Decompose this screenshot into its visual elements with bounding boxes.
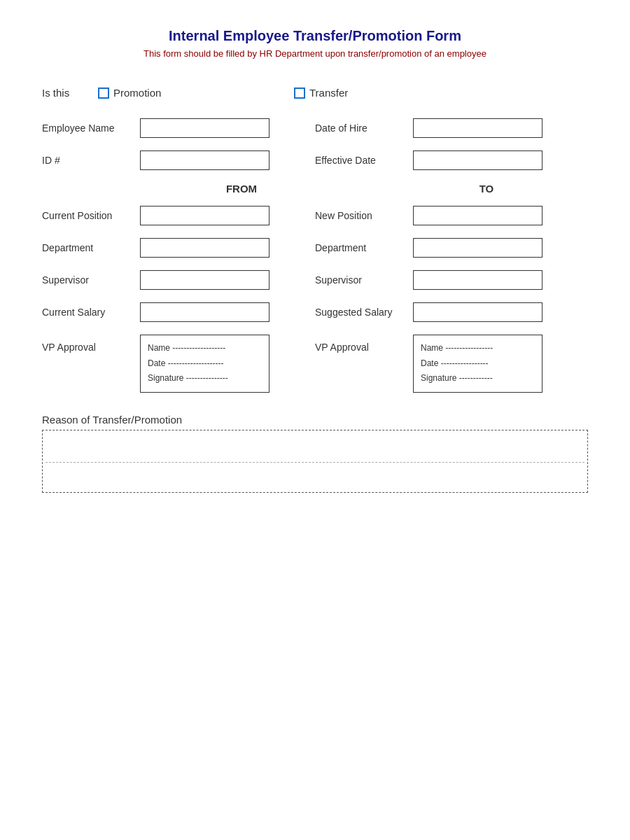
date-of-hire-label: Date of Hire	[315, 122, 413, 134]
position-row: Current Position New Position	[42, 206, 588, 225]
employee-name-label: Employee Name	[42, 122, 140, 134]
current-position-input[interactable]	[140, 206, 270, 225]
transfer-label: Transfer	[309, 87, 348, 99]
department-from-input[interactable]	[140, 238, 270, 258]
reason-section: Reason of Transfer/Promotion	[42, 414, 588, 493]
id-row: ID # Effective Date	[42, 150, 588, 170]
is-this-label: Is this	[42, 87, 98, 99]
current-salary-input[interactable]	[140, 302, 270, 322]
id-label: ID #	[42, 155, 140, 166]
vp-from-box: Name ------------------- Date ----------…	[140, 335, 270, 393]
supervisor-from-label: Supervisor	[42, 274, 140, 286]
reason-label: Reason of Transfer/Promotion	[42, 414, 588, 426]
vp-from-date: Date --------------------	[148, 356, 262, 372]
promotion-label: Promotion	[113, 87, 161, 99]
from-label: FROM	[42, 183, 343, 195]
supervisor-from-input[interactable]	[140, 270, 270, 290]
vp-from-signature: Signature ---------------	[148, 371, 262, 386]
department-row: Department Department	[42, 238, 588, 258]
department-to-label: Department	[315, 242, 413, 253]
new-position-input[interactable]	[413, 206, 542, 225]
salary-row: Current Salary Suggested Salary	[42, 302, 588, 322]
effective-date-label: Effective Date	[315, 155, 413, 166]
id-input[interactable]	[140, 150, 270, 170]
date-of-hire-input[interactable]	[413, 118, 542, 138]
supervisor-to-input[interactable]	[413, 270, 542, 290]
reason-box[interactable]	[42, 430, 588, 493]
vp-to-box: Name ----------------- Date ------------…	[413, 335, 542, 393]
supervisor-to-label: Supervisor	[315, 274, 413, 286]
from-to-header: FROM TO	[42, 183, 588, 195]
current-position-label: Current Position	[42, 210, 140, 221]
promotion-checkbox-label[interactable]: Promotion	[98, 87, 252, 99]
vp-approval-from-label: VP Approval	[42, 335, 140, 353]
transfer-checkbox-label[interactable]: Transfer	[294, 87, 348, 99]
vp-approval-row: VP Approval Name ------------------- Dat…	[42, 335, 588, 393]
department-from-label: Department	[42, 242, 140, 253]
is-this-row: Is this Promotion Transfer	[42, 87, 588, 99]
vp-from-name: Name -------------------	[148, 341, 262, 356]
vp-to-date: Date -----------------	[421, 356, 535, 372]
supervisor-row: Supervisor Supervisor	[42, 270, 588, 290]
suggested-salary-input[interactable]	[413, 302, 542, 322]
form-title: Internal Employee Transfer/Promotion For…	[42, 28, 588, 44]
department-to-input[interactable]	[413, 238, 542, 258]
to-label: TO	[343, 183, 588, 195]
new-position-label: New Position	[315, 210, 413, 221]
form-subtitle: This form should be filled by HR Departm…	[42, 48, 588, 59]
employee-name-input[interactable]	[140, 118, 270, 138]
current-salary-label: Current Salary	[42, 307, 140, 318]
vp-to-name: Name -----------------	[421, 341, 535, 356]
employee-name-row: Employee Name Date of Hire	[42, 118, 588, 138]
suggested-salary-label: Suggested Salary	[315, 307, 413, 318]
vp-to-signature: Signature ------------	[421, 371, 535, 386]
effective-date-input[interactable]	[413, 150, 542, 170]
vp-approval-to-label: VP Approval	[315, 335, 413, 353]
transfer-checkbox[interactable]	[294, 88, 305, 99]
promotion-checkbox[interactable]	[98, 88, 109, 99]
